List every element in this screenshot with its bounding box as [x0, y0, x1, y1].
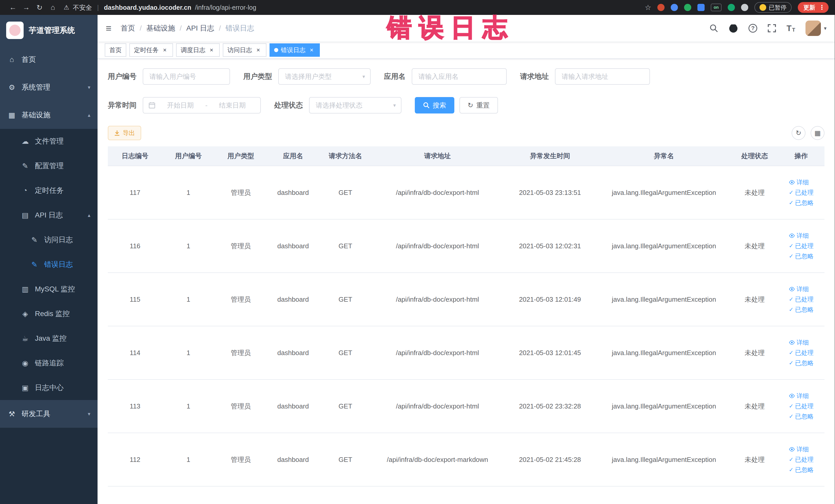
- cell: 管理员: [215, 326, 267, 380]
- sidebar-item-home[interactable]: ⌂首页: [0, 46, 98, 74]
- column-settings-button[interactable]: ▦: [811, 126, 824, 140]
- refresh-table-button[interactable]: ↻: [792, 126, 806, 140]
- breadcrumb-item[interactable]: API 日志: [186, 23, 214, 33]
- update-label: 更新: [803, 4, 815, 12]
- action-ignored[interactable]: ✓已忽略: [789, 467, 813, 473]
- check-icon: ✓: [789, 200, 793, 206]
- action-detail[interactable]: 详细: [789, 393, 809, 399]
- sidebar-item-infra[interactable]: ▦基础设施▴: [0, 101, 98, 129]
- search-icon[interactable]: [710, 24, 718, 33]
- address-bar[interactable]: ⚠ 不安全 | dashboard.yudao.iocoder.cn/infra…: [64, 3, 256, 12]
- action-label: 详细: [796, 393, 809, 399]
- back-icon[interactable]: ←: [6, 3, 20, 12]
- action-ignored[interactable]: ✓已忽略: [789, 200, 813, 206]
- sidebar-item-trace[interactable]: ◉链路追踪: [0, 351, 98, 375]
- sidebar-filler: [0, 428, 98, 504]
- action-detail[interactable]: 详细: [789, 179, 809, 185]
- close-icon[interactable]: ×: [308, 46, 315, 54]
- extension-icon[interactable]: [671, 4, 678, 11]
- export-button[interactable]: 导出: [108, 126, 141, 140]
- action-ignored[interactable]: ✓已忽略: [789, 306, 813, 313]
- column-header: 用户编号: [162, 146, 215, 166]
- extension-icon[interactable]: [728, 4, 735, 11]
- logo[interactable]: 芋道管理系统: [0, 15, 98, 46]
- clock-icon: ◔: [21, 186, 30, 195]
- action-detail[interactable]: 详细: [789, 233, 809, 239]
- app-name-input[interactable]: [412, 68, 507, 85]
- sidebar-item-error-log[interactable]: ✎错误日志: [0, 252, 98, 277]
- action-ignored[interactable]: ✓已忽略: [789, 253, 813, 259]
- breadcrumb-item[interactable]: 基础设施: [146, 23, 175, 33]
- cell: dashboard: [267, 219, 319, 273]
- breadcrumb-item[interactable]: 首页: [121, 23, 135, 33]
- sidebar-item-dev-tools[interactable]: ⚒研发工具▾: [0, 400, 98, 428]
- reset-button[interactable]: ↻ 重置: [460, 97, 498, 114]
- process-status-select[interactable]: 请选择处理状态 ▾: [309, 97, 402, 114]
- extension-on-badge[interactable]: on: [711, 4, 721, 11]
- reload-icon[interactable]: ↻: [33, 3, 46, 12]
- bookmark-star-icon[interactable]: ☆: [645, 3, 651, 12]
- tab-调度日志[interactable]: 调度日志×: [176, 43, 220, 57]
- sidebar-item-job[interactable]: ◔定时任务: [0, 178, 98, 203]
- action-detail[interactable]: 详细: [789, 286, 809, 292]
- tab-首页[interactable]: 首页: [105, 43, 126, 57]
- action-processed[interactable]: ✓已处理: [789, 403, 813, 409]
- redis-icon: ◈: [21, 310, 30, 318]
- sidebar-item-mysql[interactable]: ▥MySQL 监控: [0, 277, 98, 301]
- kebab-menu-icon[interactable]: ⋮: [819, 4, 825, 11]
- filter-row-1: 用户编号 用户类型 请选择用户类型 ▾ 应用名 请求地址: [108, 68, 824, 85]
- sidebar-item-label: 文件管理: [35, 136, 90, 146]
- fullscreen-icon[interactable]: [768, 24, 776, 33]
- action-detail[interactable]: 详细: [789, 339, 809, 346]
- action-label: 详细: [796, 286, 809, 292]
- date-range-picker[interactable]: 开始日期 - 结束日期: [143, 97, 261, 114]
- sidebar-item-access-log[interactable]: ✎访问日志: [0, 227, 98, 252]
- request-url-input[interactable]: [555, 68, 650, 85]
- extension-icon[interactable]: [684, 4, 691, 11]
- sidebar-item-config[interactable]: ✎配置管理: [0, 154, 98, 178]
- hamburger-icon[interactable]: ≡: [106, 23, 111, 34]
- action-processed[interactable]: ✓已处理: [789, 350, 813, 356]
- close-icon[interactable]: ×: [161, 46, 168, 54]
- filter-label: 用户类型: [243, 72, 272, 81]
- sidebar-item-file[interactable]: ☁文件管理: [0, 129, 98, 154]
- action-ignored[interactable]: ✓已忽略: [789, 360, 813, 366]
- cell: /api/infra/db-doc/export-html: [371, 380, 503, 433]
- paused-badge[interactable]: 已暂停: [754, 2, 792, 13]
- update-button[interactable]: 更新 ⋮: [798, 2, 829, 13]
- action-detail[interactable]: 详细: [789, 446, 809, 452]
- close-icon[interactable]: ×: [208, 46, 215, 54]
- cell: java.lang.IllegalArgumentException: [596, 219, 731, 273]
- user-id-input[interactable]: [143, 68, 230, 85]
- font-size-icon[interactable]: T T: [787, 24, 795, 32]
- tab-定时任务[interactable]: 定时任务×: [129, 43, 173, 57]
- action-processed[interactable]: ✓已处理: [789, 189, 813, 196]
- action-processed[interactable]: ✓已处理: [789, 243, 813, 249]
- tab-错误日志[interactable]: 错误日志×: [269, 43, 320, 57]
- action-ignored[interactable]: ✓已忽略: [789, 414, 813, 420]
- action-links: 详细✓已处理✓已忽略: [789, 393, 813, 420]
- close-icon[interactable]: ×: [254, 46, 262, 54]
- extension-paw-icon[interactable]: [741, 4, 748, 11]
- forward-icon[interactable]: →: [20, 3, 33, 12]
- sidebar-item-log-center[interactable]: ▣日志中心: [0, 375, 98, 400]
- home-icon[interactable]: ⌂: [46, 3, 60, 12]
- sidebar-item-java[interactable]: ☕Java 监控: [0, 326, 98, 351]
- user-menu[interactable]: ▾: [806, 21, 827, 36]
- sidebar-item-api-log[interactable]: ▤API 日志▴: [0, 203, 98, 227]
- search-button[interactable]: 搜索: [415, 97, 454, 114]
- sidebar-item-redis[interactable]: ◈Redis 监控: [0, 301, 98, 326]
- extension-icon[interactable]: [657, 4, 665, 11]
- extension-grid-icon[interactable]: [697, 4, 705, 11]
- sidebar-item-system[interactable]: ⚙系统管理▾: [0, 74, 98, 101]
- tab-label: 错误日志: [281, 46, 305, 54]
- sidebar-item-label: 研发工具: [22, 409, 85, 419]
- help-icon[interactable]: ?: [749, 24, 757, 33]
- column-header: 用户类型: [215, 146, 267, 166]
- action-processed[interactable]: ✓已处理: [789, 457, 813, 463]
- github-icon[interactable]: [729, 23, 738, 33]
- action-processed[interactable]: ✓已处理: [789, 296, 813, 302]
- filter-request-url: 请求地址: [520, 68, 650, 85]
- tab-访问日志[interactable]: 访问日志×: [223, 43, 266, 57]
- user-type-select[interactable]: 请选择用户类型 ▾: [278, 68, 371, 85]
